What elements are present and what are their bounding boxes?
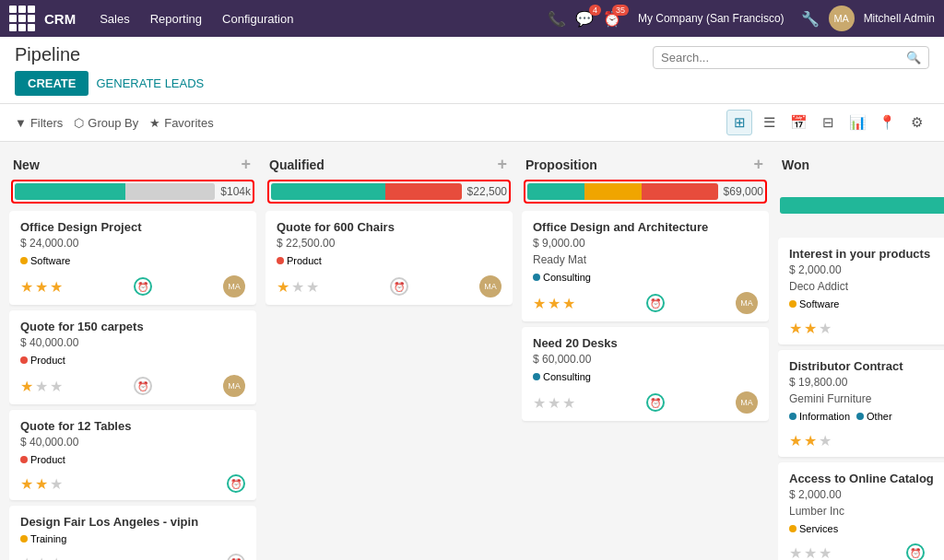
star-2[interactable]: ★	[291, 278, 304, 296]
star-2[interactable]: ★	[548, 394, 560, 412]
star-1[interactable]: ★	[20, 475, 33, 493]
activity-icon[interactable]: ⏰	[227, 474, 245, 493]
company-name[interactable]: My Company (San Francisco)	[638, 12, 785, 25]
kanban-card[interactable]: Office Design Project $ 24,000.00 Softwa…	[9, 211, 256, 305]
star-rating[interactable]: ★★★	[789, 432, 832, 449]
settings-icon[interactable]: 🔧	[801, 10, 820, 28]
star-3[interactable]: ★	[50, 554, 63, 561]
star-3[interactable]: ★	[50, 378, 63, 395]
map-view-button[interactable]: 📍	[874, 110, 900, 135]
kanban-card[interactable]: Access to Online Catalog $ 2,000.00 Lumb…	[778, 462, 944, 560]
activity-icon[interactable]: ⏰	[134, 377, 152, 395]
username[interactable]: Mitchell Admin	[864, 12, 935, 25]
col-amount-qualified: $22,500	[467, 185, 507, 198]
star-2[interactable]: ★	[35, 475, 48, 493]
calendar-view-button[interactable]: 📅	[785, 110, 811, 135]
star-2[interactable]: ★	[804, 432, 817, 449]
favorites-button[interactable]: ★ Favorites	[149, 116, 213, 130]
tag-label: Information	[799, 411, 850, 422]
star-1[interactable]: ★	[20, 554, 33, 561]
star-3[interactable]: ★	[819, 544, 832, 561]
chat-icon[interactable]: 💬 4	[575, 10, 594, 28]
filters-button[interactable]: ▼ Filters	[15, 116, 63, 130]
group-by-button[interactable]: ⬡ Group By	[74, 116, 138, 130]
kanban-card[interactable]: Need 20 Desks $ 60,000.00 Consulting ★★★…	[522, 327, 769, 421]
card-list-proposition: Office Design and Architecture $ 9,000.0…	[522, 211, 769, 426]
menu-reporting[interactable]: Reporting	[141, 8, 211, 29]
star-3[interactable]: ★	[562, 394, 575, 412]
settings-view-button[interactable]: ⚙	[903, 110, 929, 135]
kanban-card[interactable]: Quote for 150 carpets $ 40,000.00 Produc…	[9, 310, 256, 404]
activity-icon[interactable]: ⏰	[646, 294, 665, 312]
col-add-new[interactable]: +	[241, 155, 251, 174]
avatar[interactable]: MA	[829, 6, 855, 31]
search-icon[interactable]: 🔍	[906, 51, 921, 64]
activity-icon[interactable]: ⏰	[646, 393, 665, 412]
kanban-card[interactable]: Distributor Contract $ 19,800.00 Gemini …	[778, 350, 944, 457]
card-footer: ★★★ ⏰ MA	[277, 275, 502, 298]
star-3[interactable]: ★	[50, 475, 63, 493]
star-rating[interactable]: ★★★	[20, 475, 63, 493]
star-1[interactable]: ★	[789, 432, 802, 449]
star-2[interactable]: ★	[804, 544, 817, 561]
star-rating[interactable]: ★★★	[789, 320, 832, 337]
star-rating[interactable]: ★★★	[789, 544, 832, 561]
progress-outline-new: $104k	[11, 180, 254, 204]
star-1[interactable]: ★	[789, 544, 802, 561]
activity-icon[interactable]: ⏰	[134, 277, 152, 296]
kanban-card[interactable]: Quote for 12 Tables $ 40,000.00 Product …	[9, 410, 256, 500]
phone-icon[interactable]: 📞	[548, 10, 566, 28]
star-2[interactable]: ★	[35, 554, 48, 561]
generate-leads-button[interactable]: GENERATE LEADS	[96, 76, 204, 90]
star-rating[interactable]: ★★★	[20, 554, 63, 561]
star-3[interactable]: ★	[562, 295, 575, 312]
star-3[interactable]: ★	[306, 278, 319, 296]
star-1[interactable]: ★	[20, 378, 33, 395]
pivot-view-button[interactable]: ⊟	[815, 110, 841, 135]
star-rating[interactable]: ★★★	[533, 394, 575, 412]
card-amount: $ 2,000.00	[789, 488, 944, 501]
star-1[interactable]: ★	[789, 320, 802, 337]
star-rating[interactable]: ★★★	[533, 295, 575, 312]
star-rating[interactable]: ★★★	[20, 278, 63, 296]
star-2[interactable]: ★	[35, 278, 48, 296]
star-1[interactable]: ★	[277, 278, 289, 296]
kanban-card[interactable]: Office Design and Architecture $ 9,000.0…	[522, 211, 769, 321]
star-3[interactable]: ★	[50, 278, 63, 296]
search-input[interactable]	[661, 51, 906, 64]
star-1[interactable]: ★	[533, 394, 546, 412]
card-footer: ★★★ ⏰	[20, 474, 245, 493]
card-list-qualified: Quote for 600 Chairs $ 22,500.00 Product…	[266, 211, 513, 310]
kanban-card[interactable]: Design Fair Los Angeles - vipin Training…	[9, 506, 256, 560]
col-add-qualified[interactable]: +	[497, 155, 507, 174]
menu-sales[interactable]: Sales	[90, 8, 139, 29]
star-1[interactable]: ★	[533, 295, 546, 312]
activity-icon[interactable]: ⏰	[390, 277, 408, 296]
star-2[interactable]: ★	[548, 295, 560, 312]
list-view-button[interactable]: ☰	[756, 110, 782, 135]
col-add-proposition[interactable]: +	[753, 155, 763, 174]
group-by-icon: ⬡	[74, 116, 84, 130]
star-rating[interactable]: ★★★	[20, 378, 63, 395]
clock-icon[interactable]: ⏰ 35	[603, 10, 621, 28]
kanban-view-button[interactable]: ⊞	[726, 110, 752, 135]
progress-bar-proposition	[527, 183, 718, 200]
star-3[interactable]: ★	[819, 320, 832, 337]
tag-label: Training	[30, 533, 66, 544]
star-1[interactable]: ★	[20, 278, 33, 296]
star-rating[interactable]: ★★★	[277, 278, 319, 296]
col-amount-proposition: $69,000	[724, 185, 763, 198]
app-grid-icon[interactable]	[9, 6, 35, 31]
kanban-card[interactable]: Quote for 600 Chairs $ 22,500.00 Product…	[266, 211, 513, 305]
star-3[interactable]: ★	[819, 432, 832, 449]
app-name[interactable]: CRM	[44, 11, 76, 27]
create-button[interactable]: CREATE	[15, 71, 88, 96]
star-2[interactable]: ★	[35, 378, 48, 395]
kanban-card[interactable]: Interest in your products $ 2,000.00 Dec…	[778, 238, 944, 344]
menu-configuration[interactable]: Configuration	[213, 8, 302, 29]
activity-icon[interactable]: ⏰	[906, 543, 925, 560]
activity-icon[interactable]: ⏰	[227, 554, 245, 560]
chart-view-button[interactable]: 📊	[844, 110, 870, 135]
star-2[interactable]: ★	[804, 320, 817, 337]
card-list-new: Office Design Project $ 24,000.00 Softwa…	[9, 211, 256, 560]
